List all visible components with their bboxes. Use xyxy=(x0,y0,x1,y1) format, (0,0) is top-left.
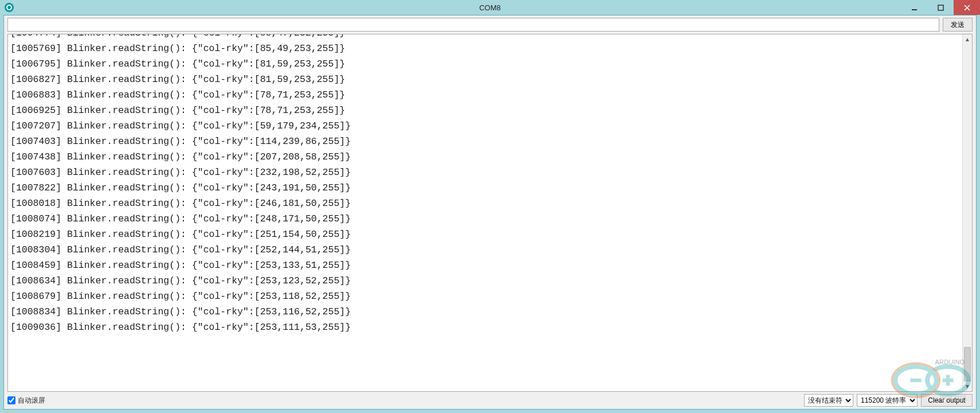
console-line: [1006827] Blinker.readString(): {"col-rk… xyxy=(10,72,962,87)
console-line: [1006925] Blinker.readString(): {"col-rk… xyxy=(10,103,962,118)
window-controls xyxy=(901,0,980,15)
console-text-area[interactable]: [1004774] Blinker.readString(): {"col-rk… xyxy=(8,34,962,391)
console-line: [1008679] Blinker.readString(): {"col-rk… xyxy=(10,289,962,304)
maximize-icon xyxy=(938,5,944,11)
baud-rate-select[interactable]: 115200 波特率 xyxy=(857,394,918,407)
scrollbar[interactable]: ▲ ▼ xyxy=(962,34,972,391)
console-line: [1009036] Blinker.readString(): {"col-rk… xyxy=(10,320,962,335)
scroll-down-arrow-icon[interactable]: ▼ xyxy=(963,381,972,391)
send-button[interactable]: 发送 xyxy=(943,18,973,32)
window-title: COM8 xyxy=(479,3,501,12)
minimize-button[interactable] xyxy=(901,0,927,15)
serial-input[interactable] xyxy=(7,18,939,32)
console-line: [1007438] Blinker.readString(): {"col-rk… xyxy=(10,149,962,165)
console-line: [1007603] Blinker.readString(): {"col-rk… xyxy=(10,165,962,180)
scrollbar-thumb[interactable] xyxy=(964,347,971,381)
autoscroll-text: 自动滚屏 xyxy=(18,396,45,406)
minimize-icon xyxy=(911,5,918,11)
maximize-button[interactable] xyxy=(927,0,954,15)
console-line: [1007822] Blinker.readString(): {"col-rk… xyxy=(10,180,962,196)
autoscroll-checkbox[interactable] xyxy=(7,396,15,404)
console-line: [1008074] Blinker.readString(): {"col-rk… xyxy=(10,211,962,227)
console-line: [1006883] Blinker.readString(): {"col-rk… xyxy=(10,87,962,103)
console-line: [1005769] Blinker.readString(): {"col-rk… xyxy=(10,41,962,56)
console-line: [1007403] Blinker.readString(): {"col-rk… xyxy=(10,134,962,149)
serial-console: [1004774] Blinker.readString(): {"col-rk… xyxy=(7,34,973,392)
close-icon xyxy=(964,5,970,11)
svg-rect-1 xyxy=(938,5,943,10)
line-ending-select[interactable]: 没有结束符 xyxy=(804,394,853,407)
status-bar: 自动滚屏 没有结束符 115200 波特率 Clear output xyxy=(4,392,976,409)
titlebar: COM8 xyxy=(0,0,980,15)
scroll-up-arrow-icon[interactable]: ▲ xyxy=(963,34,972,44)
close-button[interactable] xyxy=(954,0,980,15)
window-body: 发送 [1004774] Blinker.readString(): {"col… xyxy=(3,15,977,410)
console-line: [1008634] Blinker.readString(): {"col-rk… xyxy=(10,273,962,289)
console-line: [1008018] Blinker.readString(): {"col-rk… xyxy=(10,196,962,211)
console-line: [1008459] Blinker.readString(): {"col-rk… xyxy=(10,258,962,273)
scrollbar-track[interactable] xyxy=(963,44,972,381)
console-line: [1007207] Blinker.readString(): {"col-rk… xyxy=(10,118,962,134)
console-line: [1008219] Blinker.readString(): {"col-rk… xyxy=(10,227,962,242)
autoscroll-checkbox-label[interactable]: 自动滚屏 xyxy=(7,396,45,406)
svg-rect-0 xyxy=(912,9,917,10)
console-line: [1008304] Blinker.readString(): {"col-rk… xyxy=(10,242,962,258)
console-line: [1006795] Blinker.readString(): {"col-rk… xyxy=(10,56,962,72)
console-line: [1004774] Blinker.readString(): {"col-rk… xyxy=(10,34,962,41)
clear-output-button[interactable]: Clear output xyxy=(921,394,973,407)
serial-input-row: 发送 xyxy=(4,15,976,34)
arduino-app-icon xyxy=(5,3,14,12)
console-line: [1008834] Blinker.readString(): {"col-rk… xyxy=(10,304,962,320)
